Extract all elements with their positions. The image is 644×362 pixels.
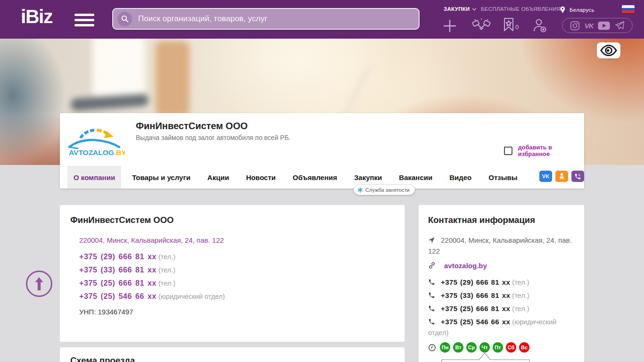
navigation-arrow-icon [428,236,435,246]
phone-number[interactable]: +375 (29) 666 81 xx [441,278,510,286]
viber-icon[interactable] [571,171,584,182]
contact-phone-row: +375 (33) 666 81 xx (тел.) [428,290,578,301]
phone-icon [428,304,435,314]
bookmark-favorites-icon[interactable] [503,17,515,32]
phone-row: +375 (33) 666 81 xx(тел.) [79,266,175,274]
clock-icon [428,344,436,352]
telegram-icon[interactable] [615,21,625,31]
tab-about[interactable]: О компании [67,166,121,189]
phone-number[interactable]: +375 (29) 666 81 xx [79,253,157,261]
company-name: ФинИнвестСистем ООО [136,121,248,132]
schedule-day[interactable]: Чт [479,342,490,353]
contact-phone-row: +375 (29) 666 81 xx (тел.) [428,277,578,288]
back-to-top-button[interactable] [26,271,52,297]
map-section: Схема проезда [60,347,405,362]
phone-icon [428,278,435,288]
chevron-down-icon [472,7,476,10]
menu-icon[interactable] [74,14,94,29]
nav-procurement[interactable]: ЗАКУПКИ [444,6,476,12]
vk-icon[interactable]: VK [585,22,594,30]
accessibility-eye-icon[interactable] [597,42,620,58]
tab-promotions[interactable]: Акции [201,166,235,189]
phone-row: +375 (25) 546 66 xx(юридический отдел) [79,292,225,301]
contact-info-section: Контактная информация 220004, Минск, Кал… [419,205,584,362]
vacancies-tooltip: Служба занятости [354,184,415,195]
phone-note: (тел.) [512,279,529,286]
search-input[interactable] [137,14,419,24]
contact-phone-row: +375 (25) 546 66 xx (юридический отдел) [428,317,578,338]
location-pin-icon [560,6,565,13]
phone-note: (тел.) [158,280,175,287]
favorite-label: добавить в избранное [518,144,584,157]
phone-number[interactable]: +375 (25) 546 66 xx [79,292,157,300]
work-schedule: Пн Вт Ср Чт Пт Сб Вс [428,342,529,353]
hero-phone-shape [70,93,149,111]
instagram-icon[interactable] [570,21,580,31]
header-social-links: VK [562,18,633,33]
company-card: AVTOZALOG.BY ФинИнвестСистем ООО Выдача … [60,113,584,189]
tab-video[interactable]: Видео [443,166,478,189]
company-social-links: VK [539,171,584,182]
search-bar [112,8,420,30]
website-link[interactable]: avtozalog.by [444,262,487,270]
schedule-day[interactable]: Сб [506,342,516,353]
search-icon [117,12,132,26]
language-flag-russia[interactable] [622,5,635,13]
phone-note: (тел.) [158,253,175,261]
contact-address: 220004, Минск, Кальварийская, 24, пав. 1… [428,236,572,255]
about-title: ФинИнвестСистем ООО [70,215,173,225]
contact-website-row: avtozalog.by [428,261,578,272]
phone-number[interactable]: +375 (33) 666 81 xx [441,291,510,299]
tab-products[interactable]: Товары и услуги [126,166,197,189]
schedule-day[interactable]: Пн [440,342,450,353]
vk-share-icon[interactable]: VK [539,171,552,182]
tab-news[interactable]: Новости [240,166,282,189]
employment-service-icon [357,187,363,193]
tab-reviews[interactable]: Отзывы [482,166,523,189]
svg-text:AVTOZALOG.BY: AVTOZALOG.BY [69,148,125,156]
header: iBiz ЗАКУПКИ БЕСПЛАТНЫЕ ОБЪЯВЛЕНИЯ Белар… [0,0,644,39]
add-plus-icon[interactable] [442,18,457,33]
contact-info-title: Контактная информация [428,215,535,225]
handshake-icon[interactable] [472,18,491,34]
phone-note: (тел.) [158,266,175,274]
phone-number[interactable]: +375 (25) 666 81 xx [441,304,510,313]
phone-note: (тел.) [512,292,529,299]
add-to-favorites[interactable]: добавить в избранное [504,144,584,157]
nav-country[interactable]: Беларусь [560,6,594,13]
contact-address-row: 220004, Минск, Кальварийская, 24, пав. 1… [428,235,578,256]
company-logo: AVTOZALOG.BY [66,120,125,164]
phone-number[interactable]: +375 (25) 546 66 xx [441,318,510,326]
ok-share-icon[interactable] [555,171,568,182]
tab-ads[interactable]: Объявления [287,166,343,189]
phone-number[interactable]: +375 (33) 666 81 xx [79,266,157,274]
company-tagline: Выдача займов под залог автомобиля по вс… [136,134,291,141]
schedule-day[interactable]: Вт [453,342,463,353]
site-logo[interactable]: iBiz [21,6,52,28]
logo-text: AVTOZALOG [69,148,114,156]
nav-free-ads[interactable]: БЕСПЛАТНЫЕ ОБЪЯВЛЕНИЯ [481,6,561,12]
company-tabs: О компании Товары и услуги Акции Новости… [60,166,584,189]
phone-row: +375 (29) 666 81 xx(тел.) [79,253,175,261]
about-section: ФинИнвестСистем ООО 220004, Минск, Кальв… [60,205,405,342]
link-icon [428,262,436,272]
favorite-checkbox[interactable] [504,147,512,155]
phone-number[interactable]: +375 (25) 666 81 xx [79,279,157,287]
hero-cup-shape [92,39,145,100]
youtube-icon[interactable] [598,21,610,30]
contact-phone-row: +375 (25) 666 81 xx (тел.) [428,304,578,314]
favorites-count: 0 [515,24,519,31]
company-unp: УНП: 193467497 [79,308,133,316]
schedule-day[interactable]: Пт [493,342,503,353]
schedule-day[interactable]: Ср [466,342,477,353]
phone-icon [428,318,435,328]
phone-icon [428,291,435,301]
schedule-day[interactable]: Вс [519,342,529,353]
about-address-link[interactable]: 220004, Минск, Кальварийская, 24, пав. 1… [79,236,224,244]
hero-coffee-shape [156,41,190,116]
phone-note: (тел.) [512,305,529,313]
page: iBiz ЗАКУПКИ БЕСПЛАТНЫЕ ОБЪЯВЛЕНИЯ Белар… [0,0,644,362]
user-register-icon[interactable] [531,17,547,33]
phone-note: (юридический отдел) [158,293,225,300]
phone-row: +375 (25) 666 81 xx(тел.) [79,279,175,288]
